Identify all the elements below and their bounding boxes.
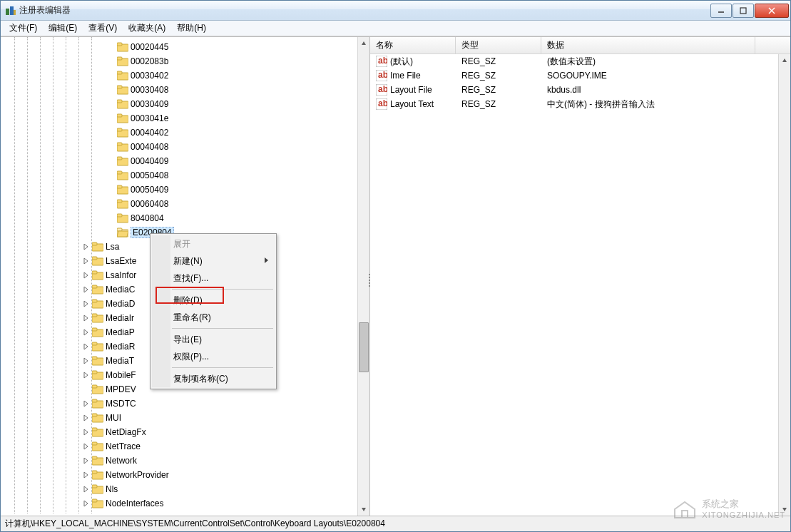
tree-item[interactable]: 0003041e: [1, 111, 357, 126]
menu-item[interactable]: 编辑(E): [43, 21, 83, 36]
tree-item[interactable]: 00060408: [1, 197, 357, 211]
expander-spacer: [108, 101, 116, 108]
expand-icon[interactable]: [83, 372, 91, 379]
expand-icon[interactable]: [83, 243, 91, 251]
app-icon: [5, 5, 16, 16]
expand-icon[interactable]: [83, 457, 91, 465]
context-menu-item[interactable]: 复制项名称(C): [152, 370, 275, 387]
tree-item[interactable]: 00030409: [1, 97, 357, 111]
tree-item-label: MUI: [106, 413, 121, 423]
tree-item-label: MediaD: [106, 299, 135, 309]
folder-icon: [92, 313, 103, 323]
expand-icon[interactable]: [83, 329, 91, 337]
column-header[interactable]: 数据: [541, 37, 755, 53]
expand-icon[interactable]: [83, 486, 91, 493]
statusbar-path: 计算机\HKEY_LOCAL_MACHINE\SYSTEM\CurrentCon…: [5, 518, 385, 530]
tree-item[interactable]: 00020445: [1, 40, 357, 54]
tree-item[interactable]: NetDiagFx: [1, 425, 357, 439]
folder-icon: [117, 113, 128, 123]
string-value-icon: [376, 98, 387, 110]
tree-item-label: 00040402: [131, 128, 168, 138]
values-scrollbar[interactable]: [778, 54, 790, 516]
expand-icon[interactable]: [83, 286, 91, 294]
tree-scrollbar-thumb[interactable]: [359, 322, 369, 372]
value-row[interactable]: Ime FileREG_SZSOGOUPY.IME: [370, 68, 790, 83]
tree-item-label: 00030402: [131, 71, 168, 81]
minimize-button[interactable]: [710, 4, 732, 18]
tree-item-label: 00030408: [131, 85, 168, 95]
folder-icon: [117, 42, 128, 52]
tree-item-label: 0003041e: [131, 113, 168, 123]
tree-item[interactable]: 00030402: [1, 68, 357, 83]
tree-item[interactable]: 0002083b: [1, 54, 357, 68]
folder-icon: [117, 199, 128, 209]
tree-item-label: Nls: [106, 484, 118, 494]
tree-item[interactable]: 8040804: [1, 211, 357, 225]
value-row[interactable]: (默认)REG_SZ(数值未设置): [370, 54, 790, 68]
expand-icon[interactable]: [83, 414, 91, 422]
regedit-window: 注册表编辑器 文件(F)编辑(E)查看(V)收藏夹(A)帮助(H) 000204…: [0, 0, 791, 532]
menu-item[interactable]: 查看(V): [83, 21, 123, 36]
tree-item[interactable]: 00050409: [1, 183, 357, 197]
column-header[interactable]: 类型: [456, 37, 541, 53]
tree-item-label: 8040804: [131, 213, 164, 223]
tree-item[interactable]: 00040409: [1, 154, 357, 168]
tree-item[interactable]: NodeInterfaces: [1, 496, 357, 511]
folder-icon: [117, 185, 128, 195]
tree-item[interactable]: Nls: [1, 482, 357, 496]
value-data: (数值未设置): [541, 56, 755, 68]
values-header[interactable]: 名称类型数据: [370, 37, 790, 54]
tree-item[interactable]: NetTrace: [1, 439, 357, 454]
tree-item[interactable]: 00040402: [1, 126, 357, 140]
value-row[interactable]: Layout TextREG_SZ中文(简体) - 搜狗拼音输入法: [370, 97, 790, 111]
tree-item[interactable]: NetworkProvider: [1, 468, 357, 482]
menu-item[interactable]: 收藏夹(A): [123, 21, 171, 36]
expand-icon[interactable]: [83, 500, 91, 508]
values-list[interactable]: (默认)REG_SZ(数值未设置)Ime FileREG_SZSOGOUPY.I…: [370, 54, 790, 516]
menu-item[interactable]: 帮助(H): [171, 21, 212, 36]
titlebar[interactable]: 注册表编辑器: [1, 1, 790, 21]
expand-icon[interactable]: [83, 257, 91, 265]
context-menu-item[interactable]: 重命名(R): [152, 309, 275, 326]
value-row[interactable]: Layout FileREG_SZkbdus.dll: [370, 83, 790, 97]
expand-icon[interactable]: [83, 429, 91, 436]
folder-icon: [117, 213, 128, 223]
column-header[interactable]: 名称: [370, 37, 456, 53]
tree-item[interactable]: MSDTC: [1, 397, 357, 411]
context-menu-item[interactable]: 导出(E): [152, 331, 275, 348]
tree-item[interactable]: 00050408: [1, 168, 357, 183]
expand-icon[interactable]: [83, 357, 91, 365]
value-type: REG_SZ: [456, 85, 541, 95]
expand-icon[interactable]: [83, 400, 91, 408]
tree-item[interactable]: 00040408: [1, 140, 357, 154]
value-name: Ime File: [390, 71, 421, 81]
tree-item[interactable]: MUI: [1, 411, 357, 425]
value-type: REG_SZ: [456, 56, 541, 66]
expand-icon[interactable]: [83, 272, 91, 280]
expand-icon[interactable]: [83, 443, 91, 451]
folder-icon: [92, 285, 103, 295]
expand-icon[interactable]: [83, 300, 91, 308]
menubar: 文件(F)编辑(E)查看(V)收藏夹(A)帮助(H): [1, 21, 790, 36]
folder-icon: [92, 327, 103, 337]
tree-item-label: 00040409: [131, 156, 168, 166]
folder-icon: [92, 441, 103, 451]
context-menu-item[interactable]: 查找(F)...: [152, 270, 275, 287]
expand-icon[interactable]: [83, 314, 91, 322]
tree-item[interactable]: 00030408: [1, 83, 357, 97]
context-menu-item[interactable]: 新建(N): [152, 252, 275, 270]
expand-icon[interactable]: [83, 343, 91, 351]
expander-spacer: [108, 44, 116, 51]
tree-item-label: 00060408: [131, 199, 168, 209]
expand-icon[interactable]: [83, 471, 91, 479]
folder-icon: [92, 370, 103, 380]
menu-item[interactable]: 文件(F): [4, 21, 43, 36]
context-menu-item[interactable]: 权限(P)...: [152, 348, 275, 365]
tree-item-label: NodeInterfaces: [106, 498, 163, 508]
maximize-button[interactable]: [733, 4, 754, 18]
context-menu-item[interactable]: 删除(D): [152, 292, 275, 309]
tree-item[interactable]: Network: [1, 454, 357, 468]
close-button[interactable]: [755, 4, 789, 18]
splitter[interactable]: [367, 266, 371, 295]
context-menu[interactable]: 展开新建(N)查找(F)...删除(D)重命名(R)导出(E)权限(P)...复…: [150, 233, 277, 389]
